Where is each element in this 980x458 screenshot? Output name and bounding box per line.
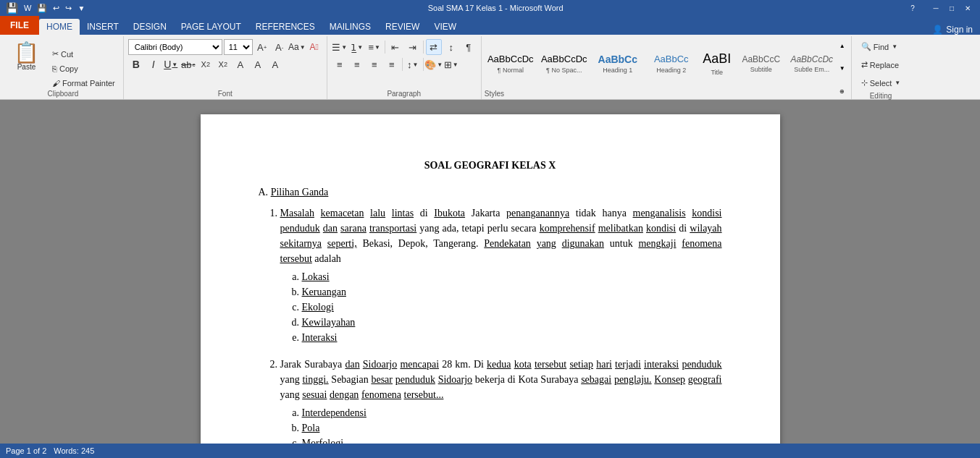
window-title: Soal SMA 17 Kelas 1 - Microsoft Word [85, 4, 906, 12]
styles-scroll-down[interactable]: ▼ [837, 64, 848, 74]
text-highlight-btn[interactable]: A [250, 56, 266, 72]
ltr-btn[interactable]: ⇄ [426, 39, 442, 55]
superscript-btn[interactable]: X2 [215, 56, 231, 72]
font-family-select[interactable]: Calibri (Body) [128, 39, 222, 55]
customize-btn[interactable]: ▼ [78, 4, 85, 12]
style-title-btn[interactable]: AaBI Title [699, 43, 735, 84]
justify-btn[interactable]: ≡ [384, 56, 400, 72]
shading-btn[interactable]: 🎨▼ [426, 56, 442, 72]
align-right-btn[interactable]: ≡ [367, 56, 382, 72]
show-marks-btn[interactable]: ¶ [461, 39, 477, 55]
strikethrough-btn[interactable]: abc [180, 56, 196, 72]
redo-btn[interactable]: ↪ [65, 4, 72, 13]
italic-btn[interactable]: I [146, 56, 162, 72]
questions-list: Masalah kemacetan lalu lintas di Ibukota… [280, 205, 722, 444]
answer-2a: Interdependensi [302, 405, 722, 420]
tab-review[interactable]: REVIEW [378, 19, 427, 35]
increase-indent-btn[interactable]: ⇥ [405, 39, 421, 55]
answer-1a: Lokasi [302, 269, 722, 284]
paragraph-group: ☰▼ 1̲▼ ≡▼ ⇤ ⇥ ⇄ ↕ ¶ ≡ ≡ ≡ ≡ ↕▼ 🎨▼ ⊞▼ [327, 36, 482, 99]
paste-button[interactable]: 📋 Paste [7, 39, 46, 75]
font-size-select[interactable]: 11 [224, 39, 253, 55]
style-subtle-btn[interactable]: AaBbCcDc Subtle Em... [787, 43, 837, 84]
tab-mailings[interactable]: MAILINGS [322, 19, 378, 35]
select-button[interactable]: ⊹ Select ▼ [856, 75, 906, 90]
tab-home[interactable]: HOME [39, 19, 80, 35]
font-group: Calibri (Body) 11 A+ A- Aa▼ A⃠ B I U▼ ab… [124, 36, 327, 99]
help-btn[interactable]: ? [906, 2, 919, 14]
question-2-text: Jarak Surabaya dan Sidoarjo mencapai 28 … [280, 357, 722, 402]
styles-scroll-up[interactable]: ▲ [837, 41, 848, 51]
paragraph-group-label: Paragraph [387, 88, 421, 98]
replace-icon: ⇄ [861, 60, 868, 69]
format-painter-button[interactable]: 🖌 Format Painter [49, 77, 119, 90]
shrink-font-btn[interactable]: A- [272, 39, 288, 55]
bold-btn[interactable]: B [128, 56, 144, 72]
cut-icon: ✂ [52, 49, 59, 59]
style-nospace-btn[interactable]: AaBbCcDc ¶ No Spac... [538, 43, 590, 84]
document-title: SOAL GEOGRAFI KELAS X [259, 158, 722, 173]
style-normal-btn[interactable]: AaBbCcDc ¶ Normal [485, 43, 537, 84]
clipboard-label: Clipboard [3, 90, 123, 98]
question-2-answers: Interdependensi Pola Morfologi Keterkait… [302, 405, 722, 444]
styles-group-label: Styles [485, 90, 837, 98]
style-heading1-btn[interactable]: AaBbCc Heading 1 [592, 43, 644, 84]
clear-format-btn[interactable]: A⃠ [306, 39, 322, 55]
tab-references[interactable]: REFERENCES [248, 19, 322, 35]
find-button[interactable]: 🔍 Find ▼ [856, 39, 906, 54]
answer-1c: Ekologi [302, 300, 722, 315]
answer-2b: Pola [302, 420, 722, 436]
clipboard-group: 📋 Paste ✂ Cut ⎘ Copy 🖌 Format Painter Cl… [3, 36, 124, 99]
cut-button[interactable]: ✂ Cut [49, 47, 119, 61]
style-subtitle-btn[interactable]: AaBbCcC Subtitle [737, 43, 786, 84]
font-color-btn[interactable]: A [267, 56, 283, 72]
bullets-btn[interactable]: ☰▼ [332, 39, 348, 55]
copy-icon: ⎘ [52, 64, 57, 73]
sort-btn[interactable]: ↕ [443, 39, 459, 55]
find-icon: 🔍 [861, 42, 871, 51]
change-case-btn[interactable]: Aa▼ [289, 39, 305, 55]
question-2: Jarak Surabaya dan Sidoarjo mencapai 28 … [280, 357, 722, 444]
line-spacing-btn[interactable]: ↕▼ [405, 56, 421, 72]
question-1: Masalah kemacetan lalu lintas di Ibukota… [280, 205, 722, 345]
editing-group-label: Editing [870, 90, 892, 100]
editing-group: 🔍 Find ▼ ⇄ Replace ⊹ Select ▼ Editing [852, 36, 910, 99]
subscript-btn[interactable]: X2 [198, 56, 214, 72]
text-effects-btn[interactable]: A [233, 56, 248, 72]
styles-group: AaBbCcDc ¶ Normal AaBbCcDc ¶ No Spac... … [482, 36, 852, 99]
style-heading2-btn[interactable]: AaBbCc Heading 2 [645, 43, 698, 84]
borders-btn[interactable]: ⊞▼ [443, 56, 459, 72]
person-icon: 👤 [932, 25, 943, 35]
numbering-btn[interactable]: 1̲▼ [349, 39, 365, 55]
copy-button[interactable]: ⎘ Copy [49, 62, 119, 75]
grow-font-btn[interactable]: A+ [254, 39, 270, 55]
close-btn[interactable]: ✕ [961, 2, 974, 14]
word-count: Words: 245 [54, 446, 94, 455]
align-left-btn[interactable]: ≡ [332, 56, 348, 72]
maximize-btn[interactable]: □ [945, 2, 958, 14]
font-group-label: Font [218, 88, 233, 98]
question-1-answers: Lokasi Keruangan Ekologi Kewilayahan Int… [302, 269, 722, 345]
page-info: Page 1 of 2 [6, 446, 46, 455]
align-center-btn[interactable]: ≡ [349, 56, 365, 72]
replace-button[interactable]: ⇄ Replace [856, 57, 906, 72]
tab-insert[interactable]: INSERT [80, 19, 126, 35]
sign-in[interactable]: 👤 Sign in [925, 25, 980, 35]
tab-view[interactable]: VIEW [427, 19, 464, 35]
underline-btn[interactable]: U▼ [163, 56, 179, 72]
answer-1e: Interaksi [302, 330, 722, 345]
answer-2c: Morfologi [302, 436, 722, 444]
ribbon: 📋 Paste ✂ Cut ⎘ Copy 🖌 Format Painter Cl… [0, 35, 980, 100]
tab-page-layout[interactable]: PAGE LAYOUT [174, 19, 248, 35]
decrease-indent-btn[interactable]: ⇤ [388, 39, 403, 55]
quick-access-save[interactable]: 💾 [37, 4, 47, 13]
answer-1d: Kewilayahan [302, 315, 722, 330]
status-bar: Page 1 of 2 Words: 245 [0, 444, 980, 458]
tab-file[interactable]: FILE [0, 16, 39, 35]
tab-design[interactable]: DESIGN [126, 19, 174, 35]
multilevel-btn[interactable]: ≡▼ [367, 39, 382, 55]
styles-scroll-expand[interactable]: ⊕ [837, 86, 848, 96]
undo-btn[interactable]: ↩ [53, 4, 59, 13]
styles-scroll: ▲ ▼ ⊕ [837, 39, 848, 98]
minimize-btn[interactable]: ─ [929, 2, 942, 14]
